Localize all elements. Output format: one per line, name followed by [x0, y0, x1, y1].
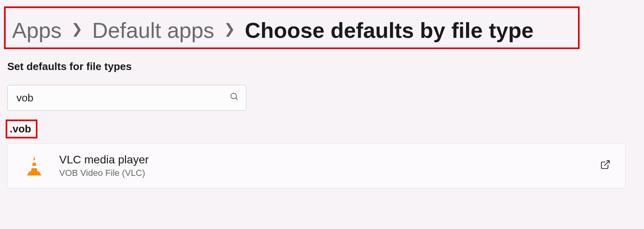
section-title: Set defaults for file types: [7, 60, 644, 73]
search-icon: [230, 92, 239, 103]
search-box[interactable]: [7, 85, 246, 111]
extension-label: .vob: [6, 120, 37, 138]
chevron-right-icon: ❯: [71, 22, 83, 35]
svg-marker-5: [27, 171, 41, 175]
breadcrumb-link-apps[interactable]: Apps: [12, 19, 62, 41]
svg-point-0: [231, 93, 237, 99]
svg-line-6: [605, 161, 609, 165]
breadcrumb-current: Choose defaults by file type: [245, 19, 533, 41]
app-description: VOB Video File (VLC): [59, 168, 600, 178]
svg-rect-3: [32, 160, 37, 163]
chevron-right-icon: ❯: [224, 22, 235, 35]
default-app-row[interactable]: VLC media player VOB Video File (VLC): [7, 143, 625, 188]
open-external-icon[interactable]: [600, 159, 611, 173]
svg-line-1: [236, 98, 238, 100]
svg-rect-4: [31, 166, 37, 168]
app-name: VLC media player: [59, 153, 600, 166]
svg-marker-2: [31, 156, 37, 171]
app-info: VLC media player VOB Video File (VLC): [59, 153, 600, 178]
vlc-cone-icon: [24, 155, 45, 176]
breadcrumb: Apps ❯ Default apps ❯ Choose defaults by…: [4, 6, 580, 49]
breadcrumb-link-default-apps[interactable]: Default apps: [92, 19, 214, 41]
search-input[interactable]: [17, 92, 230, 104]
